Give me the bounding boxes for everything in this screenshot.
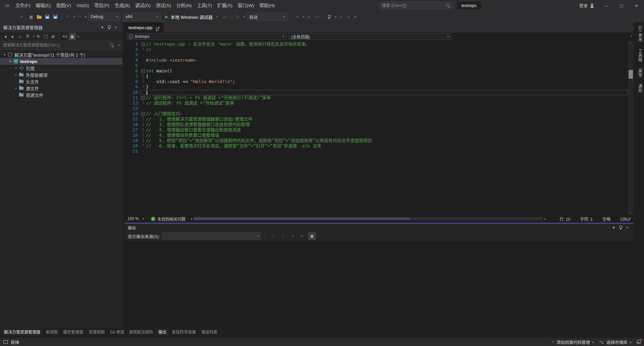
previous-bookmark-button[interactable]: ◂	[337, 13, 344, 21]
scroll-down-icon[interactable]: ▾	[628, 211, 634, 214]
close-button[interactable]: ×	[629, 0, 644, 11]
back-icon[interactable]: ◂	[2, 33, 9, 40]
left-bottom-tab-1[interactable]: 类视图	[43, 328, 60, 336]
chevron-down-icon[interactable]: ▾	[118, 44, 119, 47]
chevron-down-icon[interactable]: ▾	[85, 15, 87, 18]
chevron-down-icon[interactable]: ▾	[33, 35, 35, 38]
menu-item-3[interactable]: Git(G)	[74, 0, 92, 11]
line-ending-indicator[interactable]: CRLF	[621, 217, 631, 222]
collapse-all-icon[interactable]: −	[43, 33, 49, 40]
spaces-indicator[interactable]: 空格	[602, 217, 610, 222]
code-line-13[interactable]: 13	[125, 106, 628, 111]
center-bottom-tab-0[interactable]: 调用层次结构	[126, 328, 156, 336]
redo-button[interactable]: ↷	[75, 13, 83, 21]
home-icon[interactable]: ⌂	[17, 33, 23, 40]
code-line-10[interactable]: 10	[125, 90, 628, 95]
vs-logo-icon[interactable]: ∞	[2, 0, 13, 11]
navigate-forward-button[interactable]: →	[11, 13, 19, 21]
center-bottom-tab-3[interactable]: 错误列表	[199, 328, 220, 336]
column-indicator[interactable]: 字符: 1	[580, 217, 593, 222]
chevron-down-icon[interactable]: ▾	[243, 15, 245, 18]
code-editor[interactable]: 1−// testrepo.cpp : 此文件包含 "main" 函数。程序执行…	[125, 41, 634, 215]
clear-all-icon[interactable]: ×	[289, 232, 296, 240]
scroll-left-icon[interactable]: ◂	[189, 217, 194, 220]
code-line-9[interactable]: 9└}	[125, 84, 628, 90]
collapse-icon[interactable]: −	[141, 43, 145, 46]
attach-to-process-button[interactable]: ⇄	[305, 13, 312, 21]
scroll-up-icon[interactable]: ▴	[628, 41, 634, 44]
expander-icon[interactable]: ▾	[2, 53, 7, 56]
collapse-icon[interactable]: −	[141, 112, 145, 116]
output-source-dropdown[interactable]: ▾	[162, 232, 261, 240]
scrollbar-track[interactable]	[194, 217, 543, 220]
save-button[interactable]	[44, 13, 51, 21]
tree-item-4[interactable]: 头文件	[0, 78, 122, 85]
close-panel-button[interactable]: ×	[624, 225, 631, 229]
code-line-2[interactable]: 2└//	[125, 47, 628, 52]
left-bottom-tab-0[interactable]: 解决方案资源管理器	[1, 328, 43, 336]
navigate-back-button[interactable]: ←	[3, 13, 11, 21]
code-line-17[interactable]: 17│// 3. 使用输出窗口查看生成输出和其他消息	[125, 127, 628, 133]
code-line-5[interactable]: 5	[125, 63, 628, 68]
menu-item-4[interactable]: 项目(P)	[92, 0, 112, 11]
code-line-16[interactable]: 16│// 2. 使用团队资源管理器窗口连接到源代码管理	[125, 122, 628, 127]
add-to-source-control-button[interactable]: ↑ 添加到源代码管理 ▴	[552, 339, 594, 345]
toggle-word-wrap-icon[interactable]: ↩	[299, 232, 306, 240]
quick-search-input[interactable]	[382, 3, 446, 8]
menu-item-1[interactable]: 编辑(E)	[33, 0, 53, 11]
menu-item-6[interactable]: 调试(D)	[132, 0, 153, 11]
forward-icon[interactable]: ▸	[9, 33, 16, 40]
undo-button[interactable]: ↶	[64, 13, 71, 21]
refresh-icon[interactable]: ↻	[35, 33, 42, 40]
fold-margin[interactable]: −	[140, 42, 146, 47]
new-project-icon[interactable]: ▣	[28, 13, 35, 21]
tree-item-5[interactable]: ▹源文件	[0, 85, 122, 91]
zoom-dropdown[interactable]: 100 % ▾	[127, 216, 149, 221]
expander-icon[interactable]: ▹	[13, 86, 19, 90]
goto-next-message-icon[interactable]: ↓	[279, 232, 286, 240]
horizontal-scrollbar[interactable]: ◂ ▸	[189, 216, 547, 221]
code-line-15[interactable]: 15│// 1. 使用解决方案资源管理器窗口添加/管理文件	[125, 117, 628, 122]
code-line-3[interactable]: 3	[125, 52, 628, 58]
editor-vertical-scrollbar[interactable]: ▴ ▾	[628, 41, 634, 215]
start-debugging-button[interactable]: ▶ 本地 Windows 调试器 ▾	[162, 12, 221, 21]
tree-item-3[interactable]: ▹外部依赖项	[0, 71, 122, 78]
menu-item-11[interactable]: 窗口(W)	[235, 0, 257, 11]
save-all-button[interactable]	[52, 13, 59, 21]
solution-name-badge[interactable]: testrepo	[457, 2, 481, 9]
code-line-1[interactable]: 1−// testrepo.cpp : 此文件包含 "main" 函数。程序执行…	[125, 42, 628, 47]
chevron-down-icon[interactable]: ▾	[355, 15, 356, 18]
fold-margin[interactable]: −	[140, 111, 146, 117]
side-tab-0[interactable]: Git 更改	[637, 26, 643, 42]
hot-reload-button[interactable]: ↻	[234, 13, 241, 21]
chevron-down-icon[interactable]: ▾	[78, 35, 79, 38]
expander-icon[interactable]: ▹	[13, 66, 19, 70]
code-line-19[interactable]: 19│// 5. 转到“项目”>“添加新项”以创建新的代码文件，或转到“项目”>…	[125, 138, 628, 143]
window-position-button[interactable]: ▾	[99, 25, 106, 29]
line-indicator[interactable]: 行: 10	[559, 217, 570, 222]
document-tab[interactable]: testrepo.cpp ×	[125, 22, 164, 32]
toggle-bookmark-button[interactable]	[325, 13, 333, 21]
collapse-icon[interactable]: −	[141, 96, 145, 100]
left-bottom-tab-3[interactable]: 资源视图	[86, 328, 107, 336]
sync-with-active-document-icon[interactable]: ⇄	[50, 33, 57, 40]
show-all-files-icon[interactable]: <>	[62, 33, 68, 40]
split-window-button[interactable]: +	[630, 34, 632, 39]
select-repository-button[interactable]: ⌥ 选择存储库 ▴	[599, 339, 631, 345]
maximize-button[interactable]: □	[614, 0, 629, 11]
solution-configuration-dropdown[interactable]: Debug ▾	[88, 13, 120, 21]
collapse-icon[interactable]: −	[141, 69, 145, 73]
find-in-files-button[interactable]: <>	[313, 13, 320, 21]
minimize-button[interactable]: –	[599, 0, 614, 11]
solution-search-input[interactable]	[3, 43, 108, 48]
tree-item-2[interactable]: ▹引用	[0, 65, 122, 71]
code-line-8[interactable]: 8│ std::cout << "Hello World!\n";	[125, 79, 628, 84]
sign-in-button[interactable]: 登录	[579, 2, 594, 9]
break-all-button[interactable]: ≡	[293, 13, 301, 21]
tree-item-0[interactable]: ▾解决方案"testrepo"(1 个项目/共 1 个)	[0, 51, 122, 58]
code-line-14[interactable]: 14−// 入门使用技巧:	[125, 111, 628, 117]
open-file-button[interactable]	[36, 13, 43, 21]
left-bottom-tab-2[interactable]: 属性管理器	[60, 328, 86, 336]
pin-button[interactable]	[617, 225, 624, 230]
chevron-down-icon[interactable]: ▾	[73, 15, 75, 18]
